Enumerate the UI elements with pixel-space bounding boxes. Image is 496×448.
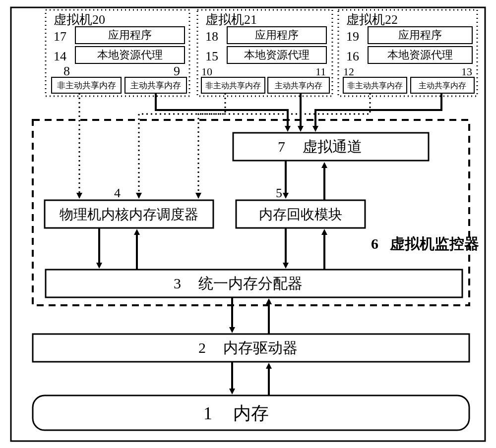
vm20-nonactive-num: 8 — [63, 64, 70, 78]
vm21-app-label: 应用程序 — [255, 29, 299, 41]
vm20-proxy-num: 14 — [54, 49, 66, 63]
vm21-group: 虚拟机21 18 应用程序 15 本地资源代理 10 11 非主动共享内存 主动… — [197, 10, 332, 96]
conn-9-to-7 — [156, 93, 288, 129]
vm21-proxy-num: 15 — [205, 49, 218, 63]
vchannel-label: 虚拟通道 — [303, 138, 362, 155]
vm20-group: 虚拟机20 17 应用程序 14 本地资源代理 8 9 非主动共享内存 主动共享… — [46, 10, 189, 96]
vm21-app-num: 18 — [205, 29, 218, 44]
monitor-label: 虚拟机监控器 — [389, 235, 479, 252]
vm22-nonactive-num: 12 — [343, 65, 354, 78]
vm20-active-num: 9 — [174, 64, 180, 78]
vm20-app-label: 应用程序 — [108, 29, 152, 41]
vm22-active-num: 13 — [461, 65, 472, 78]
vm22-group: 虚拟机22 19 应用程序 16 本地资源代理 12 13 非主动共享内存 主动… — [338, 10, 477, 96]
memory-label: 内存 — [233, 403, 269, 423]
vm20-active-label: 主动共享内存 — [130, 81, 181, 90]
driver-label: 内存驱动器 — [223, 339, 298, 356]
vm22-nonactive-label: 非主动共享内存 — [347, 81, 403, 90]
vm21-nonactive-label: 非主动共享内存 — [205, 81, 261, 90]
conn-13-to-7 — [315, 93, 441, 129]
vm22-app-label: 应用程序 — [398, 29, 442, 41]
vm20-proxy-label: 本地资源代理 — [97, 49, 163, 61]
vm22-app-num: 19 — [346, 29, 359, 44]
driver-num: 2 — [198, 339, 206, 356]
vm22-proxy-label: 本地资源代理 — [387, 49, 453, 61]
vm20-app-num: 17 — [54, 29, 66, 44]
vm21-proxy-label: 本地资源代理 — [244, 49, 310, 61]
vm21-active-num: 11 — [315, 65, 326, 78]
scheduler-label: 物理机内核内存调度器 — [60, 207, 198, 222]
monitor-num: 6 — [371, 235, 378, 252]
vm21-nonactive-num: 10 — [201, 65, 212, 78]
vm21-title: 虚拟机21 — [205, 12, 257, 27]
vchannel-num: 7 — [278, 138, 285, 155]
vm20-title: 虚拟机20 — [54, 12, 105, 27]
vm22-active-label: 主动共享内存 — [419, 81, 466, 90]
vm21-active-label: 主动共享内存 — [275, 81, 322, 90]
recycler-label: 内存回收模块 — [259, 207, 342, 222]
allocator-label: 统一内存分配器 — [198, 275, 303, 291]
allocator-num: 3 — [174, 275, 181, 291]
scheduler-num: 4 — [114, 186, 121, 200]
conn-10-to-4 — [139, 93, 225, 196]
vm22-title: 虚拟机22 — [346, 12, 398, 27]
vm22-proxy-num: 16 — [346, 49, 359, 63]
memory-num: 1 — [203, 403, 212, 423]
vm20-nonactive-label: 非主动共享内存 — [57, 81, 116, 90]
recycler-num: 5 — [276, 186, 282, 200]
